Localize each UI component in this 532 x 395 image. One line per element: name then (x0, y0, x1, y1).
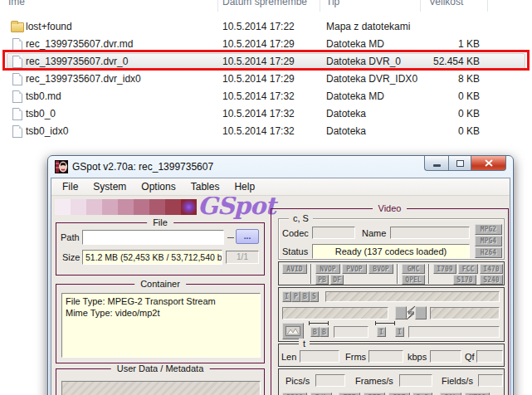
picture-icon-button[interactable] (282, 323, 304, 339)
file-size: 0 KB (415, 125, 480, 137)
gspot-app-icon (55, 160, 68, 173)
path-dash (227, 237, 234, 238)
file-icon (11, 90, 24, 103)
column-divider[interactable] (320, 0, 320, 12)
file-name: tsb0.md (26, 90, 61, 102)
explorer-column-header: Ime Datum spremembe Tip Velikost (0, 0, 532, 12)
file-size: 0 KB (415, 108, 480, 119)
client-area: GSpot File Path ... Size 51.2 MB (52,453… (51, 197, 510, 395)
fields-box (478, 374, 503, 387)
b-frame-button[interactable]: B (300, 291, 310, 302)
len-box (300, 350, 339, 363)
pb-button[interactable]: PB (315, 275, 329, 285)
i709-button[interactable]: I709 (433, 264, 456, 274)
title-bar[interactable]: GSpot v2.70a: rec_1399735607 (48, 156, 513, 178)
file-row-tsb0-0[interactable]: tsb0_0 10.5.2014 17:32 Datoteka 0 KB (0, 105, 532, 123)
nvop-button[interactable]: NVOP (315, 264, 340, 274)
menu-file[interactable]: File (55, 179, 85, 194)
df-button[interactable]: DF (330, 275, 344, 285)
b2-button[interactable]: B (320, 327, 329, 337)
gspot-logo: GSpot (198, 197, 276, 220)
b1-button[interactable]: B (310, 327, 320, 337)
gop-box (282, 307, 388, 319)
h264-button[interactable]: H264 (475, 247, 502, 258)
qf-label: Qf (465, 352, 475, 362)
frames-box (399, 374, 432, 387)
s240-button[interactable]: S240 (480, 275, 503, 285)
menu-options[interactable]: Options (134, 179, 183, 194)
container-group-label: Container (134, 279, 186, 289)
name-value-box (390, 227, 470, 239)
file-row-lost-found[interactable]: lost+found 10.5.2014 17:22 Mapa z datote… (0, 18, 532, 36)
i1-button[interactable]: I (377, 327, 386, 337)
close-button[interactable] (471, 156, 506, 171)
menu-help[interactable]: Help (227, 179, 262, 194)
pvop-button[interactable]: PVOP (342, 264, 367, 274)
p-frame-button[interactable]: P (291, 291, 300, 302)
close-icon (485, 159, 493, 167)
codec-value-box (312, 227, 355, 239)
file-type: Datoteka MD (326, 38, 384, 50)
qpel-button[interactable]: QPEL (402, 275, 425, 285)
red-highlight-annotation (2, 50, 530, 71)
file-type: Mapa z datotekami (326, 21, 410, 32)
s-frame-button[interactable]: S (310, 291, 319, 302)
column-header-date[interactable]: Datum spremembe (222, 0, 307, 7)
codec-flags-panel: AVID NVOP PVOP BVOP GMC I709 FCC I470 PB… (278, 261, 505, 285)
file-size: 1 KB (415, 38, 480, 50)
file-row-dvr-idx0[interactable]: rec_1399735607.dvr_idx0 10.5.2014 17:29 … (0, 71, 532, 88)
codec-status-group: c, S Codec Name Status Ready (137 codecs… (278, 218, 505, 260)
column-header-size[interactable]: Velikost (429, 0, 463, 7)
browse-button[interactable]: ... (236, 229, 259, 244)
gmc-button[interactable]: GMC (402, 264, 425, 274)
closed-gop-box (430, 307, 500, 319)
menu-system[interactable]: System (85, 179, 134, 194)
b-span-marker (309, 321, 329, 325)
maximize-button[interactable] (448, 156, 471, 171)
s170-button[interactable]: S170 (453, 275, 476, 285)
scene-change-icon (395, 305, 427, 320)
frame-sequence-box (325, 291, 500, 302)
column-divider[interactable] (420, 0, 421, 12)
len-label: Len (281, 352, 296, 362)
minimize-button[interactable] (424, 156, 448, 171)
size-value: 51.2 MB (52,453 KB / 53,712,540 b (82, 250, 222, 265)
flag-separator (310, 264, 311, 284)
mpg2-button[interactable]: MPG2 (475, 224, 502, 235)
avid-button[interactable]: AVID (282, 264, 307, 274)
file-date: 10.5.2014 17:32 (222, 90, 295, 102)
menu-bar: File System Options Tables Help (51, 178, 510, 196)
t-label: t (299, 339, 310, 349)
frms-box (368, 350, 403, 363)
fcc-button[interactable]: FCC (458, 264, 478, 274)
minimize-icon (433, 164, 441, 167)
time-group: t Len Frms kbps Qf (278, 344, 505, 367)
mpg4-button[interactable]: MPG4 (475, 236, 502, 246)
window-body: File System Options Tables Help (51, 178, 510, 395)
file-row-tsb0-md[interactable]: tsb0.md 10.5.2014 17:32 Datoteka MD 0 KB (0, 88, 532, 105)
file-size: 0 KB (415, 90, 480, 102)
file-date: 10.5.2014 17:29 (222, 73, 295, 85)
file-type: Datoteka (326, 108, 366, 119)
frames-label: Frames/s (355, 376, 393, 386)
file-name: rec_1399735607.dvr.md (26, 38, 133, 50)
i-frame-button[interactable]: I (282, 291, 291, 302)
file-date: 10.5.2014 17:22 (222, 21, 295, 32)
column-divider[interactable] (487, 0, 488, 12)
size-label: Size (62, 252, 80, 262)
column-header-name[interactable]: Ime (8, 0, 25, 7)
i470-button[interactable]: I470 (480, 264, 503, 274)
kbps-label: kbps (408, 352, 427, 362)
column-header-type[interactable]: Tip (326, 0, 339, 7)
path-label: Path (61, 232, 80, 242)
userdata-group-label: User Data / Metadata (111, 363, 210, 373)
i2-button[interactable]: I (395, 327, 404, 337)
i-interval-box (408, 326, 500, 338)
file-row-tsb0-idx0[interactable]: tsb0_idx0 10.5.2014 17:32 Datoteka 0 KB (0, 123, 532, 140)
menu-tables[interactable]: Tables (183, 179, 227, 194)
column-divider[interactable] (217, 0, 218, 12)
file-icon (11, 38, 24, 51)
pics-box (315, 374, 345, 387)
path-input[interactable] (82, 230, 224, 245)
bvop-button[interactable]: BVOP (368, 264, 393, 274)
